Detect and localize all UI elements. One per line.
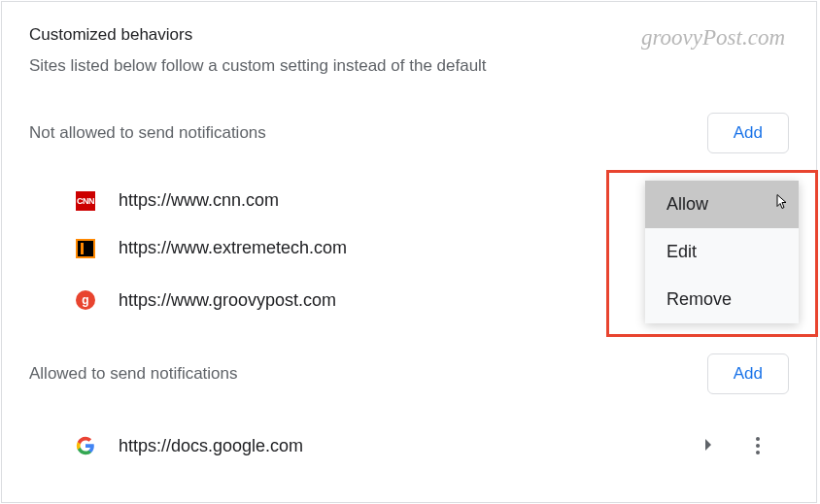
watermark: groovyPost.com xyxy=(641,25,785,50)
menu-item-allow[interactable]: Allow xyxy=(645,181,799,228)
allowed-site-list: https://docs.google.com xyxy=(29,418,789,474)
extremetech-favicon xyxy=(76,239,95,258)
more-actions-icon[interactable] xyxy=(750,431,766,460)
cursor-icon xyxy=(771,192,789,217)
add-blocked-button[interactable]: Add xyxy=(707,113,789,153)
menu-item-remove[interactable]: Remove xyxy=(645,276,799,323)
allowed-section-label: Allowed to send notifications xyxy=(29,364,238,384)
groovypost-favicon: g xyxy=(76,290,95,310)
menu-item-edit[interactable]: Edit xyxy=(645,228,799,276)
blocked-section-label: Not allowed to send notifications xyxy=(29,123,266,143)
site-url: https://docs.google.com xyxy=(119,436,703,456)
details-arrow-icon[interactable] xyxy=(703,437,713,454)
site-url: https://www.groovypost.com xyxy=(119,290,703,311)
site-row: https://docs.google.com xyxy=(29,418,789,474)
google-favicon xyxy=(76,436,95,455)
add-allowed-button[interactable]: Add xyxy=(707,353,789,394)
page-subtitle: Sites listed below follow a custom setti… xyxy=(29,56,789,76)
context-menu: Allow Edit Remove xyxy=(645,181,799,323)
cnn-favicon: CNN xyxy=(76,191,95,211)
